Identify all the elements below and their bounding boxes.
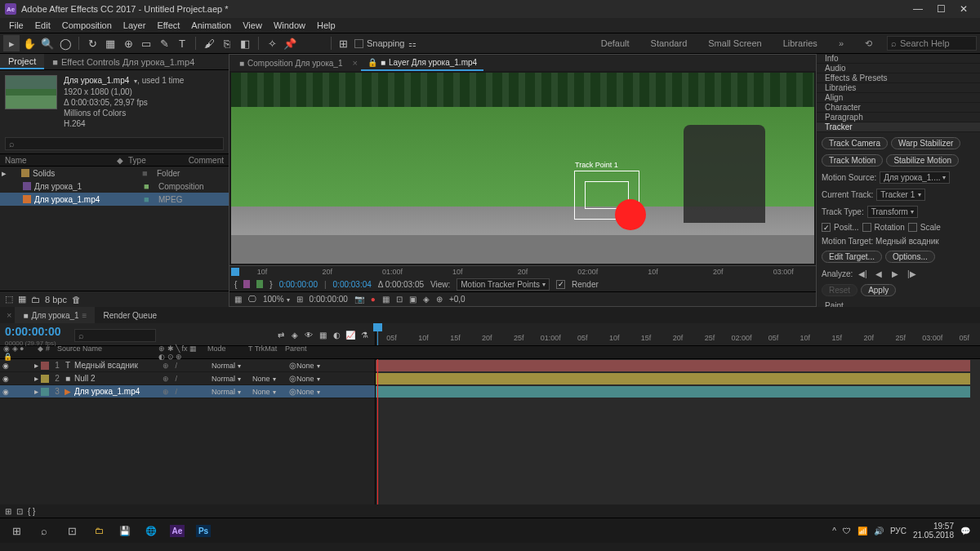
pan-behind-tool-icon[interactable]: ⊕ — [120, 35, 136, 51]
col-name[interactable]: Name — [0, 156, 112, 165]
current-time[interactable]: 0:00:00:00 — [310, 295, 348, 304]
parent-pick-icon[interactable]: ◎ — [289, 361, 296, 370]
expand-icon[interactable]: ▸ — [34, 387, 38, 396]
label-color-icon[interactable] — [256, 280, 263, 288]
puppet-tool-icon[interactable]: 📌 — [282, 35, 298, 51]
parent-pick-icon[interactable]: ◎ — [289, 374, 296, 383]
panel-audio[interactable]: Audio — [817, 64, 980, 73]
mask-icon[interactable]: ▣ — [409, 295, 416, 304]
layer-bar-3[interactable] — [376, 386, 970, 398]
tab-effect-controls[interactable]: ■Effect Controls Для урока_1.mp4 — [44, 54, 203, 69]
graph-editor-icon[interactable]: 📈 — [345, 330, 356, 341]
project-row-comp[interactable]: Для урока_1 ■ Composition — [0, 180, 229, 193]
parent-pick-icon[interactable]: ◎ — [289, 387, 296, 396]
trkmat-dropdown[interactable]: None — [252, 388, 289, 396]
taskbar-app-save[interactable]: 💾 — [113, 520, 137, 541]
timeline-ruler[interactable]: 05f10f15f20f25f 01:00f05f10f15f20f 25f02… — [376, 334, 980, 345]
scale-checkbox[interactable] — [908, 223, 917, 232]
timeline-search-input[interactable]: ⌕ — [74, 329, 156, 342]
track-type-dropdown[interactable]: Transform — [867, 206, 918, 218]
visibility-icon[interactable]: ◉ — [0, 375, 11, 383]
project-row-video[interactable]: Для урока_1.mp4 ■ MPEG — [0, 193, 229, 206]
expand-icon[interactable]: ▸ — [34, 361, 38, 370]
parent-dropdown[interactable]: None — [296, 388, 341, 396]
panel-tracker[interactable]: Tracker — [817, 122, 980, 132]
toggle-modes-icon[interactable]: ⊡ — [16, 507, 23, 516]
menu-composition[interactable]: Composition — [56, 20, 118, 30]
menu-edit[interactable]: Edit — [29, 20, 56, 30]
workspace-overflow-icon[interactable]: » — [832, 37, 850, 50]
timeline-close-icon[interactable]: × — [3, 310, 15, 320]
eraser-tool-icon[interactable]: ◧ — [237, 35, 253, 51]
menu-help[interactable]: Help — [311, 20, 341, 30]
hide-shy-icon[interactable]: 👁 — [303, 330, 314, 341]
hand-tool-icon[interactable]: ✋ — [21, 35, 38, 51]
minimize-button[interactable]: — — [906, 3, 929, 15]
tray-volume-icon[interactable]: 🔊 — [874, 527, 884, 535]
search-taskbar-icon[interactable]: ⌕ — [31, 520, 57, 541]
view-dropdown[interactable]: Motion Tracker Points — [457, 278, 550, 291]
out-timecode[interactable]: 0:00:03:04 — [333, 280, 372, 289]
render-checkbox[interactable] — [556, 280, 565, 289]
in-point-icon[interactable]: { — [234, 280, 237, 289]
local-axis-icon[interactable]: ⊞ — [335, 35, 351, 51]
timeline-playhead-line[interactable] — [377, 359, 378, 504]
label-color-icon[interactable] — [41, 388, 49, 396]
layer-bar-1[interactable] — [376, 360, 970, 371]
clone-tool-icon[interactable]: ⎘ — [219, 35, 235, 51]
apply-button[interactable]: Apply — [861, 284, 896, 296]
menu-file[interactable]: File — [3, 20, 29, 30]
visibility-icon[interactable]: ◉ — [0, 362, 11, 370]
parent-dropdown[interactable]: None — [296, 375, 341, 383]
monitor-icon[interactable]: 🖵 — [248, 295, 256, 304]
analyze-forward-icon[interactable]: ▶ — [889, 268, 902, 279]
tab-project[interactable]: Project — [0, 54, 44, 69]
draft-3d-icon[interactable]: ◈ — [289, 330, 301, 341]
workspace-default[interactable]: Default — [595, 37, 636, 50]
timeline-layer-1[interactable]: ◉ ▸ 1 T Медный всадник ⊕ / Normal ◎ None — [0, 359, 375, 372]
workspace-libraries[interactable]: Libraries — [777, 37, 824, 50]
tray-clock[interactable]: 19:57 21.05.2018 — [913, 522, 954, 540]
menu-window[interactable]: Window — [268, 20, 311, 30]
col-comment[interactable]: Comment — [184, 156, 229, 165]
timeline-current-time[interactable]: 0:00:00:00 — [0, 323, 66, 340]
snapping-checkbox[interactable] — [354, 39, 363, 48]
comp-mini-flowchart-icon[interactable]: ⇄ — [275, 330, 287, 341]
menu-layer[interactable]: Layer — [118, 20, 152, 30]
panel-align[interactable]: Align — [817, 93, 980, 103]
out-point-icon[interactable]: } — [270, 280, 272, 289]
selection-tool-icon[interactable]: ▸ — [3, 35, 20, 51]
new-comp-icon[interactable]: ▦ — [18, 294, 26, 304]
label-color-icon[interactable] — [243, 280, 250, 288]
pen-tool-icon[interactable]: ✎ — [156, 35, 172, 51]
bpc-toggle[interactable]: 8 bpc — [45, 295, 67, 304]
motion-source-dropdown[interactable]: Для урока_1.... — [880, 171, 950, 184]
frame-blend-icon[interactable]: ▦ — [317, 330, 328, 341]
options-button[interactable]: Options... — [885, 251, 935, 263]
menu-animation[interactable]: Animation — [185, 20, 237, 30]
timeline-layer-3[interactable]: ◉ ▸ 3 ▶ Для урока_1.mp4 ⊕ / Normal None … — [0, 385, 375, 398]
panel-info[interactable]: Info — [817, 54, 980, 64]
viewer-time-ruler[interactable]: 10f20f01:00f 10f20f02:00f 10f20f03:00f — [229, 265, 816, 277]
analyze-forward-1-icon[interactable]: |▶ — [905, 268, 918, 279]
panel-character[interactable]: Character — [817, 103, 980, 113]
blend-mode-dropdown[interactable]: Normal — [212, 388, 252, 396]
workspace-small[interactable]: Small Screen — [702, 37, 768, 50]
expand-icon[interactable]: ▸ — [34, 374, 38, 383]
orbit-tool-icon[interactable]: ◯ — [57, 35, 74, 51]
toggle-switches-icon[interactable]: ⊞ — [5, 507, 11, 516]
project-search-input[interactable]: ⌕ — [5, 137, 224, 150]
asset-thumbnail[interactable] — [5, 75, 57, 109]
analyze-back-1-icon[interactable]: ◀| — [856, 268, 869, 279]
panel-effects-presets[interactable]: Effects & Presets — [817, 73, 980, 83]
edit-target-button[interactable]: Edit Target... — [822, 251, 882, 263]
label-color-icon[interactable] — [41, 375, 49, 383]
tray-notifications-icon[interactable]: 💬 — [960, 527, 970, 535]
tab-layer-viewer[interactable]: 🔒■Layer Для урока_1.mp4 — [361, 55, 483, 71]
guides-icon[interactable]: ⊡ — [396, 295, 403, 304]
new-folder-icon[interactable]: 🗀 — [31, 295, 40, 304]
timeline-tracks-area[interactable] — [376, 359, 980, 504]
col-type[interactable]: Type — [123, 156, 184, 165]
camera-tool-icon[interactable]: ▦ — [102, 35, 118, 51]
workspace-standard[interactable]: Standard — [644, 37, 694, 50]
